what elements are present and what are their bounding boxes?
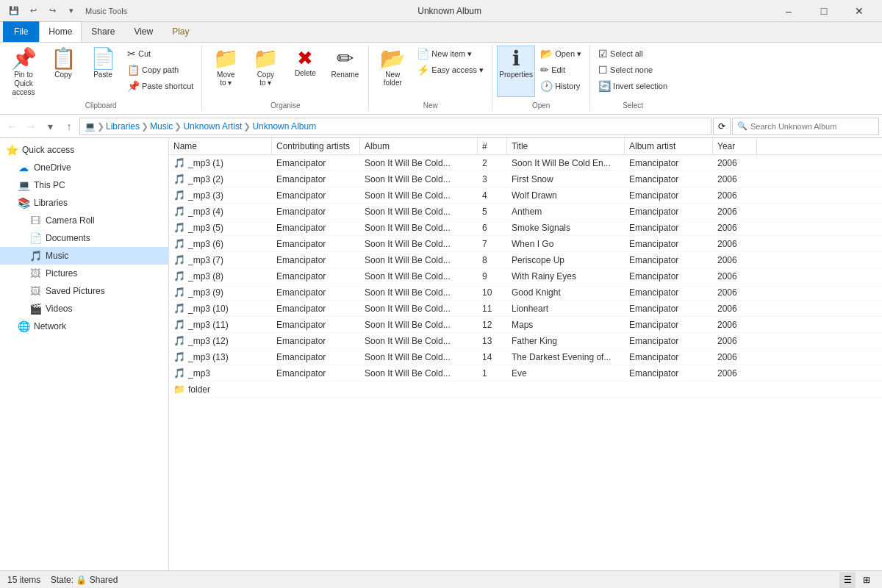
- cell-albumartist: Emancipator: [625, 286, 713, 299]
- copy-to-button[interactable]: 📁 Copyto ▾: [246, 46, 284, 97]
- new-item-button[interactable]: 📄 New item ▾: [413, 46, 487, 62]
- cell-title: With Rainy Eyes: [507, 270, 625, 283]
- path-music[interactable]: Music: [150, 121, 173, 132]
- search-box[interactable]: 🔍: [732, 118, 879, 135]
- sidebar-item-quick-access[interactable]: ⭐ Quick access: [0, 141, 168, 159]
- cell-albumartist: Emancipator: [625, 334, 713, 348]
- path-unknown-album[interactable]: Unknown Album: [252, 121, 316, 132]
- forward-button[interactable]: →: [22, 118, 40, 135]
- minimize-button[interactable]: –: [772, 0, 806, 22]
- cut-button[interactable]: ✂ Cut: [123, 46, 197, 62]
- col-header-num[interactable]: #: [478, 138, 507, 154]
- table-row[interactable]: 🎵 _mp3 (2) Emancipator Soon It Will Be C…: [169, 171, 882, 187]
- paste-button[interactable]: 📄 Paste: [84, 46, 122, 97]
- cell-artist: Emancipator: [272, 173, 360, 186]
- table-row[interactable]: 🎵 _mp3 (8) Emancipator Soon It Will Be C…: [169, 268, 882, 284]
- titlebar: 💾 ↩ ↪ ▾ Music Tools Unknown Album – □ ✕: [0, 0, 882, 22]
- sidebar-item-onedrive[interactable]: ☁ OneDrive: [0, 159, 168, 176]
- table-row[interactable]: 🎵 _mp3 (9) Emancipator Soon It Will Be C…: [169, 284, 882, 301]
- col-header-year[interactable]: Year: [713, 138, 757, 154]
- refresh-button[interactable]: ⟳: [713, 118, 731, 135]
- sidebar-item-camera-roll[interactable]: 🎞 Camera Roll: [0, 212, 168, 229]
- table-row[interactable]: 🎵 _mp3 (12) Emancipator Soon It Will Be …: [169, 333, 882, 349]
- address-path[interactable]: 💻 ❯ Libraries ❯ Music ❯ Unknown Artist ❯…: [79, 118, 711, 135]
- sidebar-item-documents[interactable]: 📄 Documents: [0, 229, 168, 247]
- table-row[interactable]: 🎵 _mp3 (1) Emancipator Soon It Will Be C…: [169, 155, 882, 171]
- sidebar-item-libraries[interactable]: 📚 Libraries: [0, 194, 168, 212]
- statusbar-right: ☰ ⊞: [839, 572, 875, 588]
- sidebar-item-music[interactable]: 🎵 Music: [0, 247, 168, 265]
- rename-button[interactable]: ✏ Rename: [326, 46, 364, 97]
- tab-share[interactable]: Share: [82, 21, 124, 42]
- view-large-icons-button[interactable]: ⊞: [858, 572, 875, 588]
- table-row[interactable]: 🎵 _mp3 (4) Emancipator Soon It Will Be C…: [169, 204, 882, 220]
- cell-num: 11: [478, 302, 507, 315]
- sidebar-item-this-pc[interactable]: 💻 This PC: [0, 176, 168, 194]
- table-row[interactable]: 🎵 _mp3 (6) Emancipator Soon It Will Be C…: [169, 236, 882, 252]
- up-button[interactable]: ↑: [60, 118, 78, 135]
- qat-redo-button[interactable]: ↪: [44, 4, 60, 18]
- qat-undo-button[interactable]: ↩: [25, 4, 41, 18]
- table-row[interactable]: 🎵 _mp3 (10) Emancipator Soon It Will Be …: [169, 301, 882, 317]
- cell-year: 2006: [713, 318, 757, 331]
- sidebar-item-pictures[interactable]: 🖼 Pictures: [0, 265, 168, 282]
- open-button[interactable]: 📂 Open ▾: [537, 46, 585, 62]
- path-pc[interactable]: 💻: [85, 121, 96, 132]
- select-none-button[interactable]: ☐ Select none: [595, 62, 671, 78]
- properties-button[interactable]: ℹ Properties: [497, 46, 535, 97]
- network-label: Network: [34, 321, 66, 331]
- path-unknown-artist[interactable]: Unknown Artist: [183, 121, 242, 132]
- tab-view[interactable]: View: [124, 21, 162, 42]
- delete-button[interactable]: ✖ Delete: [286, 46, 324, 97]
- col-header-title[interactable]: Title: [507, 138, 625, 154]
- view-details-button[interactable]: ☰: [839, 572, 856, 588]
- col-header-name[interactable]: Name: [169, 138, 272, 154]
- tab-file[interactable]: File: [3, 21, 39, 42]
- pin-icon: 📌: [11, 49, 37, 69]
- new-folder-button[interactable]: 📂 Newfolder: [373, 46, 412, 97]
- table-row[interactable]: 🎵 _mp3 (11) Emancipator Soon It Will Be …: [169, 317, 882, 333]
- close-button[interactable]: ✕: [842, 0, 876, 22]
- cell-album: Soon It Will Be Cold...: [360, 173, 478, 186]
- table-row[interactable]: 🎵 _mp3 (3) Emancipator Soon It Will Be C…: [169, 187, 882, 204]
- easy-access-button[interactable]: ⚡ Easy access ▾: [413, 62, 487, 78]
- cell-name: 🎵 _mp3 (9): [169, 285, 272, 299]
- sidebar-item-videos[interactable]: 🎬 Videos: [0, 300, 168, 318]
- table-row[interactable]: 🎵 _mp3 Emancipator Soon It Will Be Cold.…: [169, 365, 882, 381]
- select-all-button[interactable]: ☑ Select all: [595, 46, 671, 62]
- tab-play[interactable]: Play: [162, 21, 198, 42]
- maximize-button[interactable]: □: [807, 0, 841, 22]
- recent-locations-button[interactable]: ▾: [41, 118, 59, 135]
- select-all-label: Select all: [610, 49, 643, 58]
- move-to-button[interactable]: 📁 Moveto ▾: [207, 46, 245, 97]
- copy-path-button[interactable]: 📋 Copy path: [123, 62, 197, 78]
- music-tools-tab-label: Music Tools: [85, 7, 127, 15]
- search-input[interactable]: [750, 122, 874, 131]
- invert-selection-button[interactable]: 🔄 Invert selection: [595, 78, 671, 94]
- sidebar-item-saved-pictures[interactable]: 🖼 Saved Pictures: [0, 282, 168, 300]
- back-button[interactable]: ←: [3, 118, 21, 135]
- table-row[interactable]: 🎵 _mp3 (13) Emancipator Soon It Will Be …: [169, 349, 882, 365]
- paste-shortcut-button[interactable]: 📌 Paste shortcut: [123, 78, 197, 94]
- qat-dropdown-button[interactable]: ▾: [63, 4, 79, 18]
- edit-button[interactable]: ✏ Edit: [537, 62, 585, 78]
- cell-name: 🎵 _mp3 (10): [169, 301, 272, 315]
- col-header-album[interactable]: Album: [360, 138, 478, 154]
- table-row[interactable]: 📁 folder: [169, 381, 882, 398]
- table-row[interactable]: 🎵 _mp3 (5) Emancipator Soon It Will Be C…: [169, 220, 882, 236]
- cell-title: Smoke Signals: [507, 221, 625, 234]
- sidebar-item-network[interactable]: 🌐 Network: [0, 318, 168, 335]
- saved-pictures-icon: 🖼: [29, 285, 41, 297]
- col-header-albumartist[interactable]: Album artist: [625, 138, 713, 154]
- pin-to-quick-access-button[interactable]: 📌 Pin to Quickaccess: [4, 46, 43, 100]
- tab-home[interactable]: Home: [39, 21, 82, 42]
- history-button[interactable]: 🕐 History: [537, 78, 585, 94]
- copy-button[interactable]: 📋 Copy: [44, 46, 82, 97]
- path-libraries[interactable]: Libraries: [106, 121, 140, 132]
- table-row[interactable]: 🎵 _mp3 (7) Emancipator Soon It Will Be C…: [169, 252, 882, 268]
- qat-save-button[interactable]: 💾: [6, 4, 22, 18]
- organise-group-label: Organise: [207, 100, 364, 111]
- col-header-artist[interactable]: Contributing artists: [272, 138, 360, 154]
- select-none-label: Select none: [610, 65, 653, 74]
- cell-album: Soon It Will Be Cold...: [360, 334, 478, 348]
